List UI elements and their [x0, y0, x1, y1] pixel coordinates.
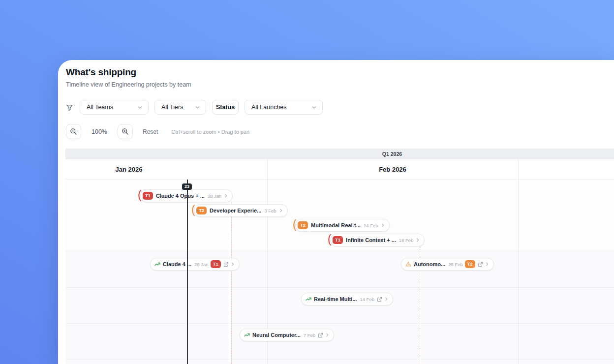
launch-title: Neural Computer... [252, 332, 301, 338]
tier-badge: T2 [465, 260, 475, 268]
milestone-bracket-mark: ( [191, 204, 195, 215]
chevron-right-icon [415, 238, 420, 243]
status-filter-label: Status [216, 104, 235, 111]
timeline-body[interactable]: 23 ( T1 Claude 4 Opus + ... 28 Jan ( T2 … [65, 180, 614, 364]
status-filter-button[interactable]: Status [212, 100, 239, 115]
main-panel: What's shipping Timeline view of Enginee… [58, 60, 614, 364]
launch-pill[interactable]: Neural Computer... 7 Feb [240, 329, 334, 341]
tier-badge: T1 [211, 260, 221, 268]
launch-date: 28 Jan [194, 262, 209, 267]
milestone-date: 18 Feb [399, 238, 414, 243]
zoom-out-button[interactable] [66, 124, 81, 139]
launch-pill[interactable]: Autonomo... 25 Feb T2 [401, 258, 494, 271]
chevron-down-icon [194, 104, 201, 111]
launches-filter-dropdown[interactable]: All Launches [245, 100, 323, 115]
teams-filter-value: All Teams [87, 104, 113, 111]
launch-date: 14 Feb [360, 297, 374, 302]
launches-filter-value: All Launches [251, 104, 287, 111]
tier-badge: T2 [196, 207, 207, 214]
page-subtitle: Timeline view of Engineering projects by… [66, 81, 191, 88]
launch-pill[interactable]: Real-time Multi... 14 Feb [301, 293, 393, 305]
timeline-row [65, 360, 614, 364]
teams-filter-dropdown[interactable]: All Teams [80, 100, 149, 115]
zoom-in-icon [122, 128, 129, 135]
page-title: What's shipping [66, 67, 191, 78]
trending-up-icon [154, 261, 160, 267]
milestone-date: 3 Feb [264, 208, 276, 213]
month-boundary-line [518, 159, 519, 364]
milestone-bracket-mark: ( [138, 189, 142, 201]
launch-date: 7 Feb [304, 333, 315, 338]
filter-funnel-icon [66, 104, 73, 111]
chevron-down-icon [311, 104, 317, 111]
milestone-pill[interactable]: ( T1 Infinite Context + ... 18 Feb [330, 234, 425, 246]
chevron-right-icon [223, 193, 228, 198]
chevron-right-icon [485, 262, 490, 267]
milestone-bracket-mark: ( [293, 219, 297, 230]
zoom-in-button[interactable] [118, 124, 133, 139]
tier-badge: T2 [298, 221, 308, 229]
milestone-bracket-mark: ( [328, 234, 332, 245]
reset-zoom-button[interactable]: Reset [143, 128, 158, 135]
chevron-right-icon [384, 297, 389, 302]
month-label-jan: Jan 2026 [116, 166, 143, 173]
month-label-feb: Feb 2026 [379, 166, 406, 173]
timeline-row [65, 324, 614, 360]
launch-date: 25 Feb [448, 262, 463, 267]
chevron-right-icon [325, 333, 330, 337]
warning-triangle-icon [405, 261, 411, 267]
external-link-icon [223, 262, 229, 267]
filter-bar: All Teams All Tiers Status All Launches [66, 100, 329, 115]
timeline: Q1 2026 Jan 2026 Feb 2026 23 ( T1 Claude… [65, 149, 614, 364]
milestone-date: 14 Feb [364, 223, 378, 228]
milestone-title: Developer Experie... [210, 208, 261, 213]
milestone-pill[interactable]: ( T2 Multimodal Real-t... 14 Feb [295, 219, 390, 232]
milestone-title: Multimodal Real-t... [311, 222, 361, 228]
chevron-down-icon [137, 104, 143, 111]
trending-up-icon [244, 332, 250, 338]
milestone-title: Claude 4 Opus + ... [156, 193, 205, 199]
page-header: What's shipping Timeline view of Enginee… [66, 67, 191, 88]
today-line [187, 180, 188, 364]
tiers-filter-dropdown[interactable]: All Tiers [154, 100, 206, 115]
zoom-toolbar: 100% Reset Ctrl+scroll to zoom • Drag to… [66, 124, 249, 139]
month-header-row: Jan 2026 Feb 2026 [65, 159, 614, 180]
tier-badge: T1 [333, 236, 343, 244]
chevron-right-icon [230, 262, 235, 267]
zoom-level-value: 100% [92, 128, 107, 135]
milestone-date: 28 Jan [208, 193, 222, 199]
external-link-icon [318, 333, 323, 338]
trending-up-icon [306, 296, 311, 302]
external-link-icon [377, 297, 382, 302]
today-date-badge: 23 [182, 183, 192, 190]
chevron-right-icon [278, 208, 283, 213]
pan-zoom-hint: Ctrl+scroll to zoom • Drag to pan [171, 129, 249, 135]
quarter-header-bar: Q1 2026 [65, 149, 614, 159]
timeline-row [65, 251, 614, 288]
quarter-label: Q1 2026 [382, 151, 402, 157]
milestone-pill[interactable]: ( T2 Developer Experie... 3 Feb [194, 204, 288, 217]
launch-title: Real-time Multi... [314, 296, 357, 302]
tier-badge: T1 [143, 192, 153, 200]
launch-pill[interactable]: Claude 4 ... 28 Jan T1 [150, 258, 240, 271]
deadline-dashed-line [231, 202, 232, 364]
tiers-filter-value: All Tiers [161, 104, 183, 111]
zoom-out-icon [70, 128, 77, 135]
external-link-icon [478, 262, 483, 267]
launch-title: Autonomo... [414, 261, 445, 267]
milestone-title: Infinite Context + ... [346, 237, 396, 243]
chevron-right-icon [380, 223, 385, 228]
